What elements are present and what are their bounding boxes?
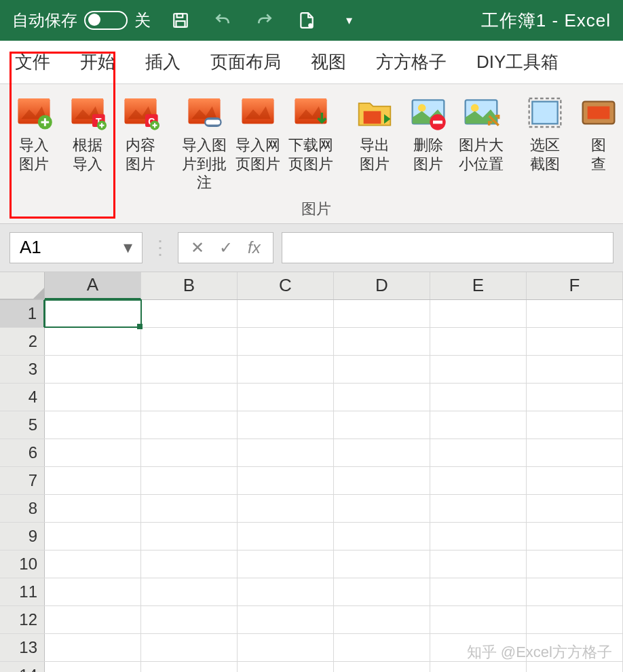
dropdown-icon[interactable]: ▾ [124, 237, 132, 258]
cell[interactable] [238, 662, 334, 673]
cell[interactable] [238, 606, 334, 633]
cell[interactable] [45, 606, 141, 633]
select-all-corner[interactable] [0, 272, 45, 299]
cell[interactable] [527, 439, 623, 466]
row-header[interactable]: 3 [0, 356, 45, 383]
cell[interactable] [141, 634, 238, 661]
cell[interactable] [45, 523, 141, 550]
cell[interactable] [141, 606, 238, 633]
toggle-switch-icon[interactable] [84, 11, 128, 30]
cell[interactable] [430, 300, 527, 327]
cell[interactable] [430, 523, 527, 550]
cell[interactable] [141, 328, 238, 355]
cell[interactable] [334, 495, 430, 522]
row-header[interactable]: 4 [0, 384, 45, 411]
cell[interactable] [334, 328, 430, 355]
cell[interactable] [334, 384, 430, 411]
cell[interactable] [141, 662, 238, 673]
row-header[interactable]: 8 [0, 495, 45, 522]
save-icon[interactable] [170, 10, 191, 31]
autosave-toggle[interactable]: 自动保存 关 [12, 10, 151, 31]
cell[interactable] [238, 300, 334, 327]
cell[interactable] [238, 384, 334, 411]
row-header[interactable]: 10 [0, 550, 45, 578]
cell[interactable] [430, 578, 527, 605]
row-header[interactable]: 12 [0, 606, 45, 633]
column-header[interactable]: D [334, 272, 430, 299]
cell[interactable] [527, 495, 623, 522]
cell[interactable] [430, 550, 527, 578]
cell[interactable] [45, 495, 141, 522]
row-header[interactable]: 2 [0, 328, 45, 355]
ribbon-button-import-t[interactable]: T 根据 导入 [62, 91, 111, 195]
cell[interactable] [238, 634, 334, 661]
cell[interactable] [45, 328, 141, 355]
ribbon-button-import-link[interactable]: 导入图 片到批注 [180, 91, 229, 195]
cell[interactable] [141, 550, 238, 578]
cell[interactable] [334, 550, 430, 578]
cell[interactable] [45, 550, 141, 578]
cell[interactable] [238, 523, 334, 550]
ribbon-button-selection-shot[interactable]: 选区 截图 [521, 91, 569, 195]
cell[interactable] [141, 495, 238, 522]
cell[interactable] [334, 634, 430, 661]
cell[interactable] [334, 467, 430, 494]
cell[interactable] [430, 439, 527, 466]
enter-icon[interactable]: ✓ [219, 238, 233, 257]
cell[interactable] [238, 550, 334, 578]
cell[interactable] [430, 328, 527, 355]
ribbon-button-content-c[interactable]: C 内容 图片 [116, 91, 165, 195]
tab-home[interactable]: 开始 [65, 41, 130, 83]
cell[interactable] [527, 550, 623, 578]
cell[interactable] [527, 662, 623, 673]
cell[interactable] [238, 578, 334, 605]
formula-input[interactable] [282, 232, 613, 263]
tab-page-layout[interactable]: 页面布局 [195, 41, 296, 83]
column-header[interactable]: A [45, 272, 141, 299]
row-header[interactable]: 9 [0, 523, 45, 550]
ribbon-button-size-pos[interactable]: 图片大 小位置 [457, 91, 506, 195]
ribbon-button-img-view[interactable]: 图 查 [574, 91, 623, 195]
cell[interactable] [141, 300, 238, 327]
cell[interactable] [430, 384, 527, 411]
tab-insert[interactable]: 插入 [130, 41, 195, 83]
cell[interactable] [527, 467, 623, 494]
row-header[interactable]: 11 [0, 578, 45, 605]
cell[interactable] [430, 662, 527, 673]
cell[interactable] [334, 439, 430, 466]
cell[interactable] [430, 606, 527, 633]
cancel-icon[interactable]: ✕ [191, 238, 204, 257]
cell[interactable] [141, 356, 238, 383]
row-header[interactable]: 1 [0, 300, 45, 327]
cell[interactable] [430, 411, 527, 438]
redo-icon[interactable] [254, 10, 276, 31]
cell[interactable] [141, 439, 238, 466]
cell[interactable] [141, 384, 238, 411]
cell[interactable] [45, 662, 141, 673]
cell[interactable] [334, 578, 430, 605]
cell[interactable] [45, 467, 141, 494]
cell[interactable] [238, 467, 334, 494]
undo-icon[interactable] [212, 10, 233, 31]
cell[interactable] [141, 578, 238, 605]
cell[interactable] [527, 356, 623, 383]
cell[interactable] [527, 384, 623, 411]
cell[interactable] [141, 523, 238, 550]
tab-diy-toolbox[interactable]: DIY工具箱 [461, 41, 573, 83]
column-header[interactable]: F [527, 272, 623, 299]
tab-view[interactable]: 视图 [296, 41, 361, 83]
name-box[interactable]: A1 ▾ [10, 232, 143, 263]
cell[interactable] [45, 300, 141, 327]
cell[interactable] [527, 578, 623, 605]
cell[interactable] [45, 411, 141, 438]
tab-file[interactable]: 文件 [0, 41, 65, 83]
cell[interactable] [141, 467, 238, 494]
cell[interactable] [238, 356, 334, 383]
cell[interactable] [430, 495, 527, 522]
cell[interactable] [141, 411, 238, 438]
cell[interactable] [45, 634, 141, 661]
cell[interactable] [238, 411, 334, 438]
cell[interactable] [45, 384, 141, 411]
cell[interactable] [527, 328, 623, 355]
ribbon-button-export-folder[interactable]: 导出 图片 [350, 91, 399, 195]
